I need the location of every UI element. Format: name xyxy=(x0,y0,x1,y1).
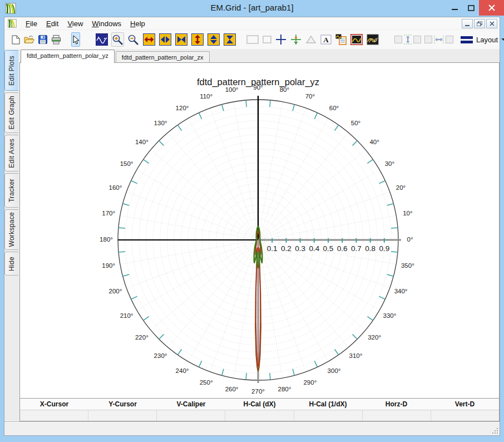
svg-text:0.8: 0.8 xyxy=(365,244,375,253)
open-folder-icon xyxy=(24,35,34,44)
compress-horizontal-button[interactable] xyxy=(175,32,188,47)
text-label-button[interactable]: A xyxy=(320,32,332,47)
sidebar-tab-edit-axes[interactable]: Edit Axes xyxy=(4,135,18,171)
zoom-in-icon xyxy=(112,34,123,46)
zoom-out-button[interactable] xyxy=(127,32,140,47)
sidebar-tab-tracker[interactable]: Tracker xyxy=(4,173,18,208)
svg-text:340°: 340° xyxy=(394,288,408,294)
svg-text:260°: 260° xyxy=(225,386,239,392)
col-y-cursor: Y-Cursor xyxy=(88,399,157,410)
sidebar-tab-hide[interactable]: Hide xyxy=(4,252,18,276)
minimize-button[interactable] xyxy=(447,0,463,16)
svg-text:0.4: 0.4 xyxy=(309,244,319,253)
expand-horizontal-button[interactable] xyxy=(142,32,156,47)
svg-text:240°: 240° xyxy=(176,367,189,374)
zoom-in-button[interactable] xyxy=(111,32,124,47)
col-v-caliper: V-Caliper xyxy=(157,399,225,410)
zoom-out-icon xyxy=(127,34,139,46)
app-window: EM.Grid - [art_parab1] File Edit View Wi… xyxy=(0,0,504,442)
svg-text:30°: 30° xyxy=(385,160,394,167)
shrink-vertical-button[interactable] xyxy=(207,32,220,47)
svg-text:210°: 210° xyxy=(120,312,134,319)
svg-text:A: A xyxy=(323,36,329,44)
svg-text:290°: 290° xyxy=(303,379,317,386)
resize-grip[interactable] xyxy=(491,427,498,434)
print-button[interactable] xyxy=(51,32,62,47)
sidebar-tab-workspace[interactable]: Workspace xyxy=(4,209,18,250)
svg-text:80°: 80° xyxy=(280,86,289,93)
expand-vertical-button[interactable] xyxy=(191,32,204,47)
tab-fdtd-pattern-polar-yz[interactable]: fdtd_pattern_pattern_polar_yz xyxy=(21,50,115,63)
svg-text:50°: 50° xyxy=(351,120,360,126)
svg-text:190°: 190° xyxy=(102,262,115,269)
value-cell xyxy=(363,410,431,421)
menu-edit[interactable]: Edit xyxy=(42,18,63,29)
menu-windows[interactable]: Windows xyxy=(87,18,126,29)
multi-curve-button[interactable] xyxy=(366,32,379,47)
crosshair-button[interactable] xyxy=(275,32,287,47)
close-button[interactable] xyxy=(479,0,504,16)
svg-text:0.6: 0.6 xyxy=(337,244,348,253)
work-area: Edit Plots Edit Graph Edit Axes Tracker … xyxy=(4,49,500,421)
tracker-icon xyxy=(290,34,302,45)
title-bar: EM.Grid - [art_parab1] xyxy=(0,0,504,17)
value-cell xyxy=(294,410,363,421)
compress-vertical-button[interactable] xyxy=(223,32,236,47)
sidebar-tab-edit-plots[interactable]: Edit Plots xyxy=(4,50,18,91)
shrink-horizontal-button[interactable] xyxy=(159,32,172,47)
menu-view[interactable]: View xyxy=(63,18,87,29)
svg-text:310°: 310° xyxy=(349,352,363,359)
legend-icon xyxy=(335,34,347,45)
save-button[interactable] xyxy=(38,32,48,47)
new-document-button[interactable] xyxy=(11,32,21,47)
mdi-minimize-button[interactable] xyxy=(462,19,473,28)
app-icon-small xyxy=(8,19,17,28)
layout-dropdown-button[interactable]: Layout xyxy=(457,33,504,46)
svg-text:140°: 140° xyxy=(135,139,149,145)
triangle-marker-button[interactable] xyxy=(305,32,317,47)
distribute-horizontal-group[interactable] xyxy=(424,35,453,44)
sidebar-tab-edit-graph[interactable]: Edit Graph xyxy=(4,92,18,133)
mdi-restore-button[interactable] xyxy=(474,19,485,28)
text-label-icon: A xyxy=(320,35,332,45)
svg-text:170°: 170° xyxy=(102,210,115,217)
svg-text:0.7: 0.7 xyxy=(351,244,362,253)
col-h-cal-dx: H-Cal (dX) xyxy=(225,399,294,410)
plot-viewer-button[interactable] xyxy=(95,32,108,47)
tab-fdtd-pattern-polar-zx[interactable]: fdtd_pattern_pattern_polar_zx xyxy=(116,51,210,63)
print-icon xyxy=(51,35,61,45)
triangle-marker-icon xyxy=(305,35,317,44)
menu-file[interactable]: File xyxy=(21,18,42,29)
tracker-button[interactable] xyxy=(290,32,302,47)
menu-help[interactable]: Help xyxy=(126,18,150,29)
svg-text:320°: 320° xyxy=(368,334,381,341)
shrink-vertical-icon xyxy=(207,33,220,46)
app-frame: File Edit View Windows Help xyxy=(4,17,500,436)
svg-text:330°: 330° xyxy=(383,312,397,319)
value-cell xyxy=(88,410,157,421)
svg-text:250°: 250° xyxy=(200,379,213,386)
sidebar: Edit Plots Edit Graph Edit Axes Tracker … xyxy=(4,49,19,421)
mdi-close-button[interactable] xyxy=(486,19,497,28)
rectangle-small-button[interactable] xyxy=(262,32,272,47)
single-curve-button[interactable] xyxy=(350,32,363,47)
menu-bar: File Edit View Windows Help xyxy=(4,17,500,30)
distribute-vertical-group[interactable] xyxy=(394,34,421,45)
svg-text:0.2: 0.2 xyxy=(281,244,291,253)
save-icon xyxy=(38,35,47,44)
rectangle-select-button[interactable] xyxy=(246,32,259,47)
svg-text:230°: 230° xyxy=(154,352,167,359)
document-tabs: fdtd_pattern_pattern_polar_yz fdtd_patte… xyxy=(19,49,500,62)
single-curve-icon xyxy=(350,34,363,45)
maximize-button[interactable] xyxy=(463,0,479,16)
value-cell xyxy=(157,410,225,421)
pointer-tool-button[interactable] xyxy=(71,32,80,47)
svg-text:60°: 60° xyxy=(329,105,339,111)
svg-text:180°: 180° xyxy=(100,236,113,243)
compress-vertical-icon xyxy=(224,33,236,46)
cursor-table-values xyxy=(20,410,499,421)
open-file-button[interactable] xyxy=(23,32,35,47)
cursor-readout-table: X-Cursor Y-Cursor V-Caliper H-Cal (dX) H… xyxy=(19,399,500,421)
multi-curve-icon xyxy=(367,34,379,45)
legend-button[interactable] xyxy=(335,32,347,47)
